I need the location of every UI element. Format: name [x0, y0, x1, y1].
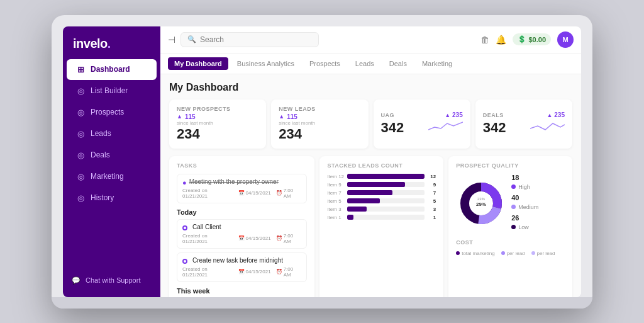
section-this-week: This week [177, 287, 307, 295]
panels-row: TASKS ● Meeting with the property owner … [169, 156, 572, 297]
svg-text:29%: 29% [476, 201, 486, 207]
panel-title: PROSPECT QUALITY [456, 162, 565, 169]
main-content: My Dashboard NEW PROSPECTS ▲ 115 since l… [160, 74, 581, 297]
stat-sub: since last month [177, 120, 258, 126]
task-midnight: Create new task before midnight Created … [177, 252, 307, 282]
stat-value: 342 [381, 120, 428, 136]
leads-row-3: Item 3 3 [327, 207, 436, 212]
svg-text:23%: 23% [477, 197, 486, 201]
tab-prospects[interactable]: Prospects [303, 57, 347, 70]
panel-title: TASKS [177, 162, 307, 169]
leads-panel: STACKED LEADS COUNT Item 12 12 Item 9 [319, 156, 443, 297]
sidebar-item-deals[interactable]: ◎ Deals [67, 145, 157, 166]
task-title: Create new task before midnight [192, 257, 283, 264]
legend-medium: 40 [511, 194, 538, 201]
stat-new-prospects: NEW PROSPECTS ▲ 115 since last month 234 [169, 99, 266, 149]
tab-deals[interactable]: Deals [383, 57, 413, 70]
trash-icon[interactable]: 🗑 [480, 35, 489, 45]
sidebar-item-history[interactable]: ◎ History [67, 188, 157, 208]
sidebar-item-prospects[interactable]: ◎ Prospects [67, 102, 157, 123]
task-meta: Created on 01/21/2021 📅 04/15/2021 ⏰ 7:0… [182, 188, 301, 199]
tab-my-dashboard[interactable]: My Dashboard [168, 57, 228, 70]
leads-chart: Item 12 12 Item 9 [327, 174, 436, 220]
search-input[interactable] [200, 35, 312, 44]
uag-sparkline [428, 118, 463, 133]
legend-medium-label: Medium [511, 204, 538, 210]
task-meta: Created on 01/21/2021 📅 04/15/2021 ⏰ 7:0… [182, 233, 301, 244]
quality-panel: PROSPECT QUALITY [448, 156, 572, 297]
sidebar-item-label: Prospects [91, 108, 124, 116]
bar-fill [347, 215, 353, 220]
task-created: Created on 01/21/2021 [182, 188, 233, 199]
stat-value: 342 [483, 120, 530, 136]
sidebar-item-label: History [91, 193, 114, 202]
sidebar-item-marketing[interactable]: ◎ Marketing [67, 166, 157, 187]
legend-per-lead-1: per lead [501, 251, 525, 256]
bar-fill [347, 174, 425, 179]
bar-container [347, 215, 425, 220]
sidebar: invelo. ⊞ Dashboard ◎ List Builder ◎ Pro… [63, 26, 160, 297]
cost-section: COST total marketing per lead [456, 239, 565, 256]
nav-tabs: My Dashboard Business Analytics Prospect… [160, 54, 581, 74]
tab-business-analytics[interactable]: Business Analytics [231, 57, 301, 70]
stat-delta-value: 235 [554, 111, 565, 118]
clock-icon: ⏰ [276, 235, 282, 241]
bar-fill [347, 207, 367, 212]
task-due-date: 📅 04/15/2021 [238, 266, 271, 278]
task-created: Created on 01/21/2021 [182, 233, 233, 244]
task-dot-icon [182, 259, 187, 264]
prospects-icon: ◎ [75, 108, 86, 117]
stat-delta-value: 235 [452, 111, 463, 118]
bar-container [347, 207, 425, 212]
completed-task: ● Meeting with the property owner Create… [177, 174, 307, 203]
avatar[interactable]: M [557, 31, 574, 48]
total-marketing-dot [456, 251, 460, 255]
balance-badge[interactable]: 💲 $0.00 [513, 33, 551, 45]
support-label: Chat with Support [86, 276, 140, 284]
stat-delta-value: 115 [287, 113, 297, 120]
main-area: ⊣ 🔍 🗑 🔔 💲 $0.00 M [160, 26, 581, 297]
task-meta: Created on 01/21/2021 📅 04/15/2021 ⏰ 7:0… [182, 266, 301, 278]
stat-label: NEW LEADS [279, 106, 360, 112]
task-dot-icon [182, 225, 187, 230]
chat-icon: 💬 [72, 276, 80, 285]
stats-row: NEW PROSPECTS ▲ 115 since last month 234… [169, 99, 572, 149]
list-builder-icon: ◎ [75, 86, 86, 96]
sidebar-item-dashboard[interactable]: ⊞ Dashboard [67, 59, 157, 80]
tab-leads[interactable]: Leads [349, 57, 380, 70]
task-due-time: ⏰ 7:00 AM [276, 188, 302, 199]
donut-chart: 29% 23% [456, 178, 506, 229]
stat-value: 234 [279, 126, 360, 142]
bell-icon[interactable]: 🔔 [496, 35, 506, 45]
legend-low: 26 [511, 214, 538, 222]
task-title: Meeting with the property owner [189, 178, 279, 185]
checkbox-icon: ● [182, 179, 187, 186]
sidebar-item-leads[interactable]: ◎ Leads [67, 123, 157, 144]
up-arrow-icon: ▲ [445, 112, 450, 118]
donut-chart-area: 29% 23% 18 High [456, 174, 565, 233]
tasks-panel: TASKS ● Meeting with the property owner … [169, 156, 314, 297]
legend-low-label: Low [511, 224, 538, 230]
chat-support-button[interactable]: 💬 Chat with Support [63, 269, 160, 292]
stat-delta-row: ▲ 115 [177, 113, 258, 120]
per-lead-dot-1 [501, 251, 505, 255]
task-due-date: 📅 04/15/2021 [238, 188, 271, 199]
logo-dot: . [108, 37, 111, 50]
bar-fill [347, 182, 405, 187]
stat-delta-row: ▲ 115 [279, 113, 360, 120]
bar-container [347, 174, 425, 179]
bar-container [347, 190, 425, 195]
tab-marketing[interactable]: Marketing [416, 57, 458, 70]
calendar-icon: 📅 [238, 269, 245, 275]
task-call-client: Call Client Created on 01/21/2021 📅 04/1… [177, 219, 307, 249]
stat-deals: DEALS 342 ▲ 235 [475, 99, 572, 149]
legend-total-marketing: total marketing [456, 251, 494, 256]
back-button[interactable]: ⊣ [168, 35, 175, 45]
search-bar[interactable]: 🔍 [180, 32, 319, 47]
clock-icon: ⏰ [276, 190, 282, 196]
medium-dot [511, 205, 516, 209]
sidebar-item-list-builder[interactable]: ◎ List Builder [67, 81, 157, 101]
donut-legend: 18 High 40 [511, 174, 538, 233]
cost-legend: total marketing per lead per lead [456, 251, 565, 256]
cost-title: COST [456, 239, 565, 246]
